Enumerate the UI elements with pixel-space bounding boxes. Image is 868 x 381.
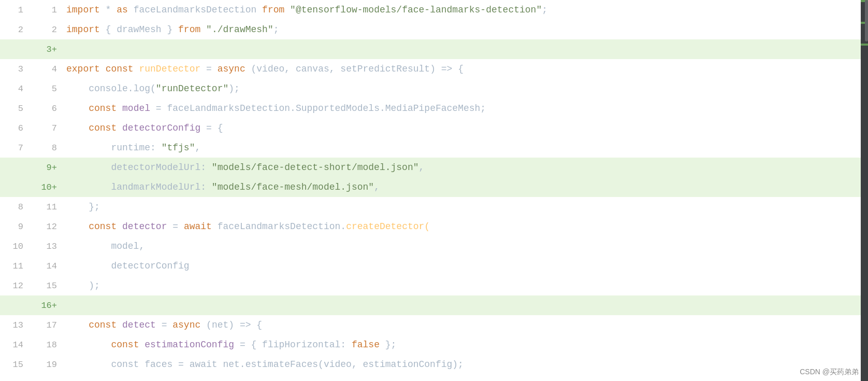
token: await [184,221,212,232]
left-line-num [0,158,28,177]
token: const [89,320,117,330]
left-line-num: 3 [0,59,28,79]
code-line: runtime: "tfjs", [62,138,861,158]
token [66,123,89,133]
token: landmarkModelUrl: [66,182,212,192]
left-line-num [0,177,28,197]
code-line: const detector = await faceLandmarksDete… [62,217,861,236]
token: export [66,64,100,74]
token: model, [66,241,144,251]
token: const [89,123,117,133]
token: { drawMesh } [100,24,178,35]
token: ); [66,280,100,291]
token: (net) => { [200,320,262,330]
code-line: const detectorConfig = { [62,118,861,138]
token: const [89,103,117,114]
token: "models/face-detect-short/model.json" [212,162,419,173]
code-line: const estimationConfig = { flipHorizonta… [62,335,861,355]
token [117,320,122,330]
token [117,221,122,232]
token: "./drawMesh" [206,24,273,35]
token: as [117,5,128,15]
code-line: console.log("runDetector"); [62,79,861,98]
right-line-num: 2 [28,20,62,39]
right-line-num: 19 [28,355,62,374]
token: , [419,162,425,173]
right-line-num: 3+ [28,39,62,59]
right-line-num: 6 [28,98,62,118]
token [100,64,106,74]
token: , [374,182,380,192]
scrollbar-thumb[interactable] [865,0,868,41]
right-line-num: 7 [28,118,62,138]
code-line: }; [62,197,861,217]
right-line-num: 11 [28,197,62,217]
left-line-num: 7 [0,138,28,158]
code-line: ); [62,276,861,295]
token [139,340,144,350]
right-line-num: 12 [28,217,62,236]
left-line-num: 15 [0,355,28,374]
right-line-num: 16+ [28,295,62,315]
token: async [218,64,245,74]
token: (video, canvas, setPredictResult) => { [245,64,464,74]
token [284,5,290,15]
left-line-num: 2 [0,20,28,39]
token [117,123,122,133]
token: const [111,340,139,350]
code-area: import * as faceLandmarksDetection from … [62,0,861,381]
left-line-num: 6 [0,118,28,138]
left-line-num: 14 [0,335,28,355]
token: detectorModelUrl: [66,162,212,173]
token: import [66,24,100,35]
token: detectorConfig [66,261,190,271]
right-line-num: 1 [28,0,62,20]
token: createDetector( [346,221,430,232]
left-gutter: 123456789101112131415 [0,0,28,381]
token: detect [122,320,156,330]
scrollbar-marker-3 [861,44,868,46]
token [66,103,89,114]
token: .log( [128,83,156,94]
scrollbar[interactable] [861,0,868,381]
right-line-num: 18 [28,335,62,355]
token: import [66,5,100,15]
token [66,320,89,330]
right-line-num: 15 [28,276,62,295]
code-line: export const runDetector = async (video,… [62,59,861,79]
token: "runDetector" [156,83,228,94]
token: faceLandmarksDetection. [212,221,346,232]
token: model [122,103,150,114]
token: "@tensorflow-models/face-landmarks-detec… [290,5,542,15]
left-line-num: 13 [0,315,28,335]
token [117,103,122,114]
token: }; [66,202,100,212]
code-line: detectorModelUrl: "models/face-detect-sh… [62,158,861,177]
token [134,64,139,74]
code-line [62,39,861,59]
token: = { [200,123,223,133]
right-line-num: 9+ [28,158,62,177]
token [66,340,111,350]
token: console [66,83,128,94]
left-line-num: 5 [0,98,28,118]
code-line: import * as faceLandmarksDetection from … [62,0,861,20]
token: faceLandmarksDetection [128,5,262,15]
token: runtime: [66,143,162,153]
code-line: detectorConfig [62,256,861,276]
code-editor: 123456789101112131415 123+456789+10+1112… [0,0,868,381]
token: from [178,24,200,35]
token: }; [380,340,396,350]
code-line: const model = faceLandmarksDetection.Sup… [62,98,861,118]
token: * [100,5,117,15]
token: = faceLandmarksDetection.SupportedModels… [150,103,486,114]
left-line-num: 12 [0,276,28,295]
right-line-num: 10+ [28,177,62,197]
left-line-num: 4 [0,79,28,98]
token: const [106,64,134,74]
token: = { flipHorizontal: [234,340,352,350]
left-line-num: 10 [0,236,28,256]
left-line-num [0,295,28,315]
token: = [156,320,172,330]
code-line: landmarkModelUrl: "models/face-mesh/mode… [62,177,861,197]
